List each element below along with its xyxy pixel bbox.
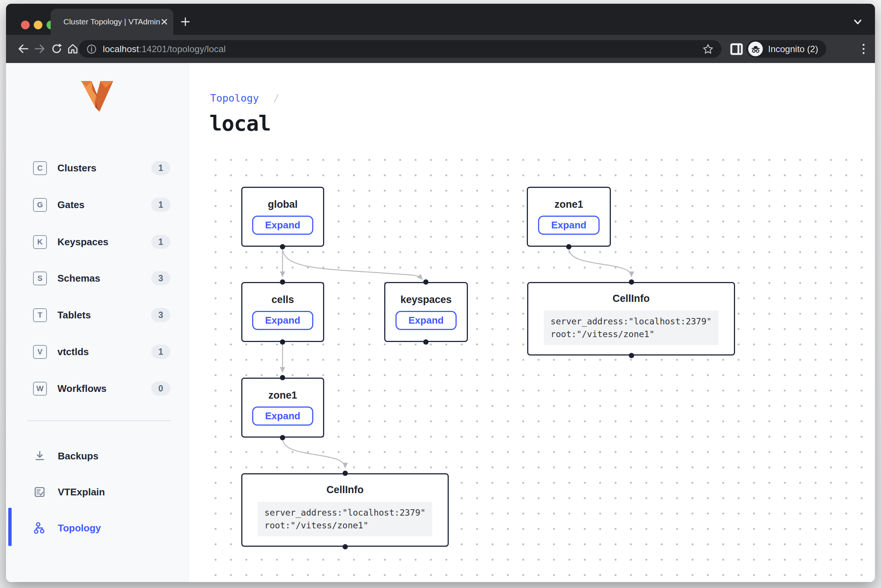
- breadcrumb: Topology /: [210, 92, 280, 104]
- node-keyspaces-expand-button[interactable]: Expand: [395, 311, 457, 330]
- tab-strip: Cluster Topology | VTAdmin: [6, 4, 875, 35]
- node-cellinfo-bottom: CellInfo server_address:"localhost:2379"…: [241, 473, 449, 547]
- sidebar-item-clusters[interactable]: C Clusters 1: [6, 157, 188, 179]
- sidebar-item-vtctlds[interactable]: V vtctlds 1: [6, 340, 188, 363]
- tab-close-icon[interactable]: [160, 18, 168, 26]
- node-zone1-label: zone1: [268, 390, 297, 401]
- incognito-badge[interactable]: Incognito (2): [746, 40, 826, 58]
- sidebar-divider: [27, 420, 171, 421]
- cellinfo-right-code: server_address:"localhost:2379"root:"/vi…: [544, 310, 718, 345]
- tab-search-chevron-icon[interactable]: [849, 14, 866, 30]
- breadcrumb-separator: /: [273, 92, 279, 104]
- node-zone1-top-expand-button[interactable]: Expand: [538, 216, 600, 235]
- node-cells: cells Expand: [241, 282, 324, 342]
- active-nav-indicator: [8, 508, 12, 546]
- node-global-label: global: [268, 199, 298, 210]
- node-global: global Expand: [241, 187, 324, 247]
- site-info-icon[interactable]: [86, 44, 97, 54]
- node-global-expand-button[interactable]: Expand: [252, 216, 314, 235]
- url-text: localhost:14201/topology/local: [103, 44, 702, 54]
- sidebar-item-backups[interactable]: Backups: [6, 445, 188, 467]
- sidebar-item-gates[interactable]: G Gates 1: [6, 194, 188, 216]
- sidebar-item-keyspaces[interactable]: K Keyspaces 1: [6, 231, 188, 253]
- schemas-count-badge: 3: [151, 271, 170, 285]
- clusters-icon: C: [33, 161, 47, 175]
- tablets-icon: T: [33, 308, 47, 322]
- close-window-button[interactable]: [21, 21, 30, 29]
- incognito-icon: [748, 42, 763, 56]
- side-panel-icon[interactable]: [728, 42, 745, 57]
- node-zone1-expand-button[interactable]: Expand: [252, 406, 314, 426]
- cellinfo-bottom-code: server_address:"localhost:2379"root:"/vi…: [258, 502, 432, 536]
- minimize-window-button[interactable]: [34, 21, 42, 29]
- tablets-count-badge: 3: [151, 308, 170, 322]
- node-cellinfo-bottom-label: CellInfo: [326, 484, 364, 496]
- schemas-icon: S: [33, 272, 47, 285]
- tab-title: Cluster Topology | VTAdmin: [63, 17, 160, 26]
- page-title: local: [209, 111, 271, 135]
- vitess-logo: [81, 81, 113, 112]
- bookmark-star-icon[interactable]: [702, 43, 714, 55]
- browser-menu-icon[interactable]: [855, 40, 872, 58]
- node-cells-expand-button[interactable]: Expand: [252, 311, 314, 330]
- browser-tab[interactable]: Cluster Topology | VTAdmin: [51, 9, 173, 35]
- workflows-count-badge: 0: [151, 381, 170, 396]
- gates-count-badge: 1: [151, 198, 170, 212]
- sidebar: C Clusters 1 G Gates 1 K Keyspaces 1 S S…: [6, 63, 189, 582]
- keyspaces-count-badge: 1: [151, 235, 170, 249]
- incognito-label: Incognito (2): [768, 44, 818, 54]
- browser-window: Cluster Topology | VTAdmin: [6, 4, 875, 582]
- page-content: C Clusters 1 G Gates 1 K Keyspaces 1 S S…: [6, 63, 875, 582]
- reload-icon[interactable]: [48, 40, 65, 57]
- url-bar[interactable]: localhost:14201/topology/local: [79, 40, 722, 58]
- browser-toolbar: localhost:14201/topology/local Incognito…: [6, 35, 875, 63]
- workflows-icon: W: [33, 382, 47, 396]
- sidebar-item-schemas[interactable]: S Schemas 3: [6, 267, 188, 290]
- topology-icon: [34, 522, 46, 534]
- gates-icon: G: [33, 198, 47, 212]
- new-tab-button[interactable]: [177, 14, 194, 30]
- vtctlds-icon: V: [33, 345, 47, 359]
- sidebar-item-workflows[interactable]: W Workflows 0: [6, 377, 188, 400]
- breadcrumb-topology-link[interactable]: Topology: [210, 92, 259, 104]
- keyspaces-icon: K: [33, 235, 47, 249]
- node-zone1-top-label: zone1: [555, 199, 583, 210]
- sidebar-item-topology[interactable]: Topology: [6, 517, 188, 539]
- sidebar-item-tablets[interactable]: T Tablets 3: [6, 304, 188, 326]
- clusters-count-badge: 1: [151, 161, 170, 175]
- sidebar-item-vtexplain[interactable]: VTExplain: [6, 481, 188, 503]
- download-icon: [34, 450, 46, 462]
- back-icon[interactable]: [15, 40, 32, 57]
- node-keyspaces-label: keyspaces: [400, 294, 452, 306]
- node-keyspaces: keyspaces Expand: [384, 282, 468, 342]
- node-zone1-top: zone1 Expand: [527, 187, 611, 247]
- node-zone1: zone1 Expand: [241, 378, 324, 438]
- node-cells-label: cells: [271, 294, 294, 306]
- forward-icon: [32, 40, 48, 57]
- node-cellinfo-right: CellInfo server_address:"localhost:2379"…: [527, 282, 735, 356]
- vtctlds-count-badge: 1: [151, 345, 170, 359]
- topology-main: Topology / local global Expand zone1 Exp…: [189, 63, 875, 582]
- node-cellinfo-right-label: CellInfo: [613, 293, 650, 304]
- document-check-icon: [34, 486, 46, 498]
